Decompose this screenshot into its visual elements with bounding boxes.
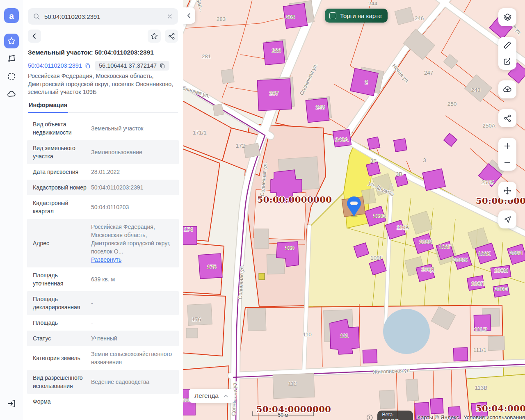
table-row: Площадь- bbox=[27, 315, 179, 331]
parcel-number-label: 110 bbox=[303, 331, 312, 338]
ruler-button[interactable] bbox=[498, 37, 516, 53]
parcel-number-label: 111/2 bbox=[474, 326, 487, 333]
row-label: Вид земельного участка bbox=[33, 144, 87, 160]
sidebar-item-cloud[interactable] bbox=[7, 89, 16, 99]
row-label: Кадастровый номер bbox=[33, 183, 87, 192]
cadastral-number-link[interactable]: 50:04:0110203:2391 bbox=[28, 62, 91, 69]
parcel-number-label: 244 bbox=[368, 0, 378, 7]
sidebar-item-favorites[interactable] bbox=[4, 34, 19, 48]
parcel-number-label: 248 bbox=[471, 87, 481, 93]
clear-search-icon[interactable] bbox=[167, 13, 173, 20]
parcel-number-label: 3Г bbox=[370, 158, 377, 164]
coordinates-chip[interactable]: 56.106441 37.372147 bbox=[95, 61, 169, 71]
layers-button[interactable] bbox=[498, 8, 516, 26]
parcel-number-label: 171/1 bbox=[193, 130, 207, 136]
scale-bar: 50 м bbox=[252, 407, 314, 415]
info-icon[interactable] bbox=[366, 414, 373, 420]
cloud-icon bbox=[7, 89, 16, 99]
table-row: Вид объекта недвижимостиЗемельный участо… bbox=[27, 116, 179, 140]
parcel-number-label: 108Л bbox=[509, 250, 522, 256]
location-icon bbox=[503, 215, 512, 224]
parcel-number-label: 3 bbox=[423, 157, 426, 163]
chevron-left-icon bbox=[31, 33, 38, 39]
parcel-number-label: 108М bbox=[494, 267, 508, 274]
parcel-number-label: 113В bbox=[475, 385, 488, 391]
cadastral-map[interactable]: Зар...Рябиновая ул.Солнечная ул.Солнечна… bbox=[183, 0, 525, 420]
parcel-number-label: 109В bbox=[373, 213, 386, 219]
back-button[interactable] bbox=[28, 30, 41, 43]
parcel-number-label: 246 bbox=[415, 15, 424, 21]
table-row: Вид разрешенного использованияВедение са… bbox=[27, 370, 179, 394]
zoom-controls bbox=[498, 138, 516, 171]
row-value: Земельный участок bbox=[91, 124, 173, 132]
search-input[interactable]: 50:04:0110203:2391 bbox=[28, 8, 178, 25]
legend-label: Легенда bbox=[194, 392, 219, 399]
table-row: Дата присвоения28.01.2022 bbox=[27, 164, 179, 180]
beta-badge: Beta-версия bbox=[377, 411, 413, 420]
parcel-number-label: 112 bbox=[288, 381, 297, 387]
collapse-panel-button[interactable] bbox=[183, 7, 195, 24]
locate-button[interactable] bbox=[498, 210, 516, 228]
expand-link[interactable]: Развернуть bbox=[91, 256, 121, 263]
edit-button[interactable] bbox=[498, 53, 516, 70]
table-row: СтатусУчтенный bbox=[27, 331, 179, 346]
scale-label: 50 м bbox=[278, 412, 288, 418]
row-value: - bbox=[91, 319, 173, 327]
parcel-number-label: 281 bbox=[202, 53, 211, 59]
parcel-number-label: 110Б bbox=[397, 224, 409, 231]
app-logo[interactable]: a bbox=[4, 8, 19, 23]
copy-icon[interactable] bbox=[159, 63, 165, 69]
cloud-upload-icon bbox=[502, 84, 512, 94]
row-value: Ведение садоводства bbox=[91, 378, 173, 386]
details-panel: 50:04:0110203:2391 Земельный участок: 50 bbox=[23, 0, 183, 420]
table-row: Площадь декларированная- bbox=[27, 291, 179, 315]
star-icon bbox=[7, 37, 16, 46]
table-row: АдресРоссийская Федерация, Московская об… bbox=[27, 219, 179, 267]
row-label: Кадастровый квартал bbox=[33, 199, 87, 215]
attribution-bar: Beta-версия Карты © Яндекс Условия испол… bbox=[366, 411, 525, 420]
sidebar-item-polygon-tool[interactable] bbox=[7, 53, 16, 63]
chevron-up-icon bbox=[223, 393, 229, 399]
polygon-tool-icon bbox=[7, 53, 16, 63]
info-table: Вид объекта недвижимостиЗемельный участо… bbox=[27, 116, 179, 409]
app-window: a bbox=[0, 0, 525, 420]
table-row: Кадастровый номер50:04:0110203:2391 bbox=[27, 180, 179, 195]
row-label: Вид разрешенного использования bbox=[33, 374, 87, 390]
zoom-in-icon bbox=[503, 142, 511, 150]
share-map-button[interactable] bbox=[498, 109, 516, 127]
star-outline-icon bbox=[150, 32, 158, 40]
row-label: Категория земель bbox=[33, 354, 87, 362]
pan-button[interactable] bbox=[498, 182, 516, 200]
share-icon bbox=[168, 32, 176, 40]
parcel-number-label: 2 bbox=[365, 79, 368, 85]
row-value: 50:04:0110203:2391 bbox=[91, 183, 173, 192]
gavel-icon bbox=[373, 9, 387, 22]
parcel-number-label: 108К bbox=[478, 251, 491, 257]
zoom-in-button[interactable] bbox=[498, 138, 516, 154]
sidebar-item-area-select[interactable] bbox=[7, 71, 16, 81]
map-copyright[interactable]: Карты © Яндекс bbox=[418, 414, 459, 420]
auctions-on-map-toggle[interactable]: Торги на карте bbox=[325, 9, 388, 23]
upload-button[interactable] bbox=[498, 80, 516, 98]
tab-information[interactable]: Информация bbox=[28, 99, 68, 113]
parcel-number-label: 109 bbox=[285, 245, 294, 251]
parcel-number-label: 283 bbox=[217, 16, 226, 22]
coordinates-text: 56.106441 37.372147 bbox=[99, 62, 157, 69]
draw-tools-group bbox=[498, 37, 516, 70]
login-button[interactable] bbox=[7, 399, 16, 409]
row-label: Площадь bbox=[33, 319, 87, 327]
parcel-number-label: 287 bbox=[269, 90, 279, 96]
row-value: Землепользование bbox=[91, 148, 173, 156]
parcel-number-label: 108Д bbox=[421, 266, 434, 272]
copy-icon[interactable] bbox=[84, 63, 91, 69]
terms-link[interactable]: Условия использования bbox=[463, 414, 525, 420]
zoom-out-button[interactable] bbox=[498, 154, 516, 171]
parcel-number-label: 174 bbox=[184, 226, 193, 233]
pond bbox=[383, 309, 430, 354]
checkbox-icon[interactable] bbox=[329, 12, 336, 19]
legend-button[interactable]: Легенда bbox=[189, 389, 235, 403]
share-button[interactable] bbox=[165, 30, 178, 43]
favorite-button[interactable] bbox=[148, 30, 161, 43]
search-icon bbox=[33, 13, 40, 20]
parcel-number-label: 243А bbox=[335, 137, 348, 143]
